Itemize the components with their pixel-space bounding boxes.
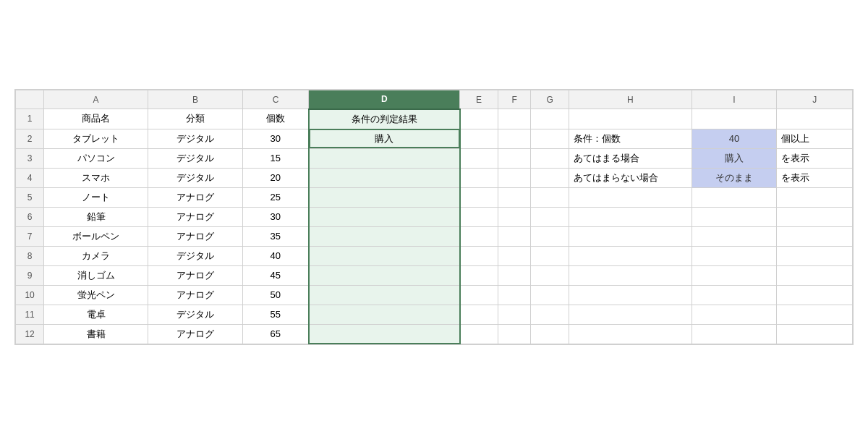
cell-f[interactable]: [498, 168, 531, 187]
cell-product-name[interactable]: 消しゴム: [44, 265, 148, 285]
col-header-i[interactable]: I: [692, 90, 777, 109]
cell-quantity[interactable]: 65: [242, 324, 309, 344]
cell-f[interactable]: [498, 265, 531, 285]
cell-condition-result[interactable]: 条件の判定結果: [309, 109, 460, 129]
cell-e[interactable]: [460, 246, 498, 265]
cell-condition-value[interactable]: [692, 187, 777, 207]
cell-e[interactable]: [460, 187, 498, 207]
cell-quantity[interactable]: 40: [242, 246, 309, 265]
cell-condition-value[interactable]: [692, 305, 777, 324]
cell-product-name[interactable]: タブレット: [44, 129, 148, 148]
cell-product-name[interactable]: 鉛筆: [44, 207, 148, 226]
cell-condition-result[interactable]: [309, 324, 460, 344]
col-header-e[interactable]: E: [460, 90, 498, 109]
cell-category[interactable]: アナログ: [148, 285, 243, 305]
cell-f[interactable]: [498, 129, 531, 148]
cell-condition-value[interactable]: 購入: [692, 148, 777, 168]
cell-f[interactable]: [498, 148, 531, 168]
cell-condition-result[interactable]: [309, 246, 460, 265]
cell-g[interactable]: [531, 226, 569, 246]
cell-f[interactable]: [498, 187, 531, 207]
cell-condition-value[interactable]: [692, 109, 777, 129]
cell-product-name[interactable]: ノート: [44, 187, 148, 207]
cell-product-name[interactable]: 書籍: [44, 324, 148, 344]
cell-g[interactable]: [531, 285, 569, 305]
cell-condition-result[interactable]: [309, 207, 460, 226]
cell-condition-value[interactable]: [692, 285, 777, 305]
cell-quantity[interactable]: 30: [242, 207, 309, 226]
col-header-h[interactable]: H: [569, 90, 692, 109]
cell-condition-result[interactable]: [309, 148, 460, 168]
cell-quantity[interactable]: 個数: [242, 109, 309, 129]
cell-e[interactable]: [460, 226, 498, 246]
cell-quantity[interactable]: 20: [242, 168, 309, 187]
cell-e[interactable]: [460, 305, 498, 324]
cell-f[interactable]: [498, 305, 531, 324]
col-header-j[interactable]: J: [777, 90, 853, 109]
cell-category[interactable]: デジタル: [148, 148, 243, 168]
cell-condition-value[interactable]: そのまま: [692, 168, 777, 187]
cell-g[interactable]: [531, 305, 569, 324]
cell-f[interactable]: [498, 109, 531, 129]
cell-condition-result[interactable]: [309, 265, 460, 285]
col-header-g[interactable]: G: [531, 90, 569, 109]
cell-e[interactable]: [460, 285, 498, 305]
cell-e[interactable]: [460, 129, 498, 148]
cell-category[interactable]: アナログ: [148, 265, 243, 285]
col-header-f[interactable]: F: [498, 90, 531, 109]
cell-category[interactable]: アナログ: [148, 187, 243, 207]
cell-condition-result[interactable]: [309, 285, 460, 305]
cell-quantity[interactable]: 45: [242, 265, 309, 285]
cell-quantity[interactable]: 55: [242, 305, 309, 324]
cell-quantity[interactable]: 25: [242, 187, 309, 207]
cell-quantity[interactable]: 50: [242, 285, 309, 305]
cell-e[interactable]: [460, 324, 498, 344]
cell-product-name[interactable]: 商品名: [44, 109, 148, 129]
cell-g[interactable]: [531, 168, 569, 187]
cell-quantity[interactable]: 15: [242, 148, 309, 168]
cell-e[interactable]: [460, 148, 498, 168]
cell-quantity[interactable]: 35: [242, 226, 309, 246]
cell-f[interactable]: [498, 226, 531, 246]
cell-product-name[interactable]: パソコン: [44, 148, 148, 168]
cell-product-name[interactable]: 電卓: [44, 305, 148, 324]
cell-product-name[interactable]: カメラ: [44, 246, 148, 265]
col-header-d[interactable]: D: [309, 90, 460, 109]
cell-f[interactable]: [498, 324, 531, 344]
cell-category[interactable]: アナログ: [148, 324, 243, 344]
cell-category[interactable]: デジタル: [148, 168, 243, 187]
cell-category[interactable]: デジタル: [148, 246, 243, 265]
cell-category[interactable]: アナログ: [148, 207, 243, 226]
cell-condition-result[interactable]: [309, 168, 460, 187]
cell-g[interactable]: [531, 109, 569, 129]
cell-product-name[interactable]: ボールペン: [44, 226, 148, 246]
cell-g[interactable]: [531, 265, 569, 285]
cell-condition-result[interactable]: [309, 226, 460, 246]
cell-g[interactable]: [531, 246, 569, 265]
col-header-c[interactable]: C: [242, 90, 309, 109]
cell-product-name[interactable]: 蛍光ペン: [44, 285, 148, 305]
cell-e[interactable]: [460, 207, 498, 226]
cell-e[interactable]: [460, 109, 498, 129]
cell-condition-result[interactable]: [309, 187, 460, 207]
cell-category[interactable]: デジタル: [148, 129, 243, 148]
cell-condition-value[interactable]: [692, 265, 777, 285]
cell-category[interactable]: 分類: [148, 109, 243, 129]
cell-condition-result[interactable]: [309, 305, 460, 324]
cell-condition-value[interactable]: [692, 246, 777, 265]
cell-g[interactable]: [531, 148, 569, 168]
cell-g[interactable]: [531, 129, 569, 148]
cell-e[interactable]: [460, 265, 498, 285]
cell-g[interactable]: [531, 324, 569, 344]
cell-condition-value[interactable]: [692, 207, 777, 226]
cell-category[interactable]: デジタル: [148, 305, 243, 324]
cell-g[interactable]: [531, 207, 569, 226]
cell-condition-result[interactable]: 購入: [309, 129, 460, 148]
col-header-a[interactable]: A: [44, 90, 148, 109]
cell-condition-value[interactable]: 40: [692, 129, 777, 148]
cell-g[interactable]: [531, 187, 569, 207]
cell-e[interactable]: [460, 168, 498, 187]
cell-condition-value[interactable]: [692, 324, 777, 344]
cell-f[interactable]: [498, 246, 531, 265]
cell-f[interactable]: [498, 285, 531, 305]
